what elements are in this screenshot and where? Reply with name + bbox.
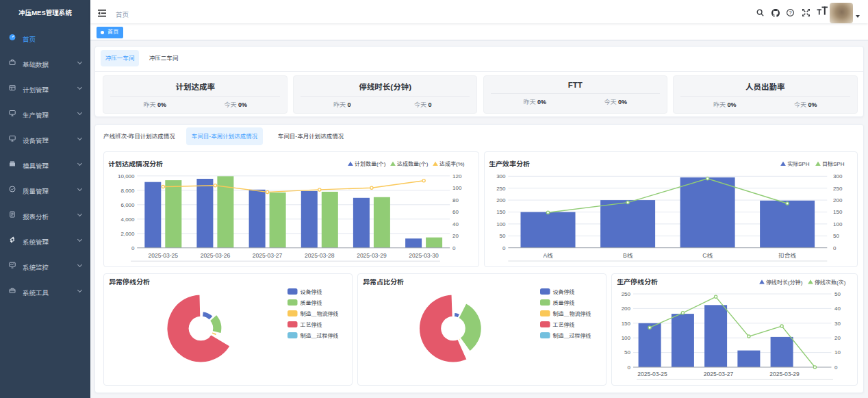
- svg-text:工艺停线: 工艺停线: [553, 322, 575, 328]
- svg-text:扣合线: 扣合线: [778, 252, 796, 259]
- svg-text:6,000: 6,000: [120, 202, 135, 208]
- svg-text:停线次数(次): 停线次数(次): [815, 279, 846, 286]
- svg-text:B线: B线: [623, 252, 633, 259]
- svg-text:2025-03-29: 2025-03-29: [357, 252, 387, 259]
- svg-text:2025-03-27: 2025-03-27: [253, 252, 283, 259]
- svg-text:质量停线: 质量停线: [301, 300, 322, 306]
- svg-text:150: 150: [622, 321, 631, 327]
- svg-text:0: 0: [628, 364, 631, 371]
- svg-text:0: 0: [502, 245, 506, 251]
- svg-text:工艺停线: 工艺停线: [301, 322, 322, 328]
- svg-text:制造＿物流停线: 制造＿物流停线: [553, 311, 591, 317]
- svg-text:设备停线: 设备停线: [301, 289, 322, 295]
- svg-text:100: 100: [833, 221, 843, 227]
- svg-text:100: 100: [452, 185, 462, 191]
- svg-text:0: 0: [131, 245, 135, 251]
- svg-text:8,000: 8,000: [120, 188, 135, 194]
- svg-text:2025-03-27: 2025-03-27: [704, 371, 734, 377]
- svg-text:100: 100: [622, 335, 631, 341]
- svg-text:50: 50: [500, 233, 506, 239]
- svg-text:0: 0: [452, 245, 456, 251]
- svg-text:生产停线分析: 生产停线分析: [617, 278, 658, 286]
- svg-text:10,000: 10,000: [118, 173, 135, 179]
- svg-text:异常停线分析: 异常停线分析: [109, 278, 150, 286]
- svg-text:目标SPH: 目标SPH: [822, 161, 845, 167]
- svg-text:计划数量(个): 计划数量(个): [355, 161, 386, 167]
- svg-text:200: 200: [833, 197, 843, 203]
- svg-text:40: 40: [452, 221, 459, 227]
- svg-text:生产效率分析: 生产效率分析: [489, 160, 530, 168]
- svg-text:60: 60: [452, 209, 459, 215]
- svg-text:制造＿物流停线: 制造＿物流停线: [301, 311, 339, 317]
- svg-text:2025-03-29: 2025-03-29: [769, 371, 800, 377]
- svg-text:达成数量(个): 达成数量(个): [397, 161, 429, 167]
- svg-text:250: 250: [622, 291, 631, 297]
- svg-text:20: 20: [834, 335, 841, 341]
- svg-text:2025-03-26: 2025-03-26: [201, 252, 231, 259]
- svg-text:设备停线: 设备停线: [553, 289, 575, 295]
- svg-text:250: 250: [833, 186, 843, 192]
- svg-text:120: 120: [452, 173, 462, 179]
- svg-text:达成率(%): 达成率(%): [439, 161, 465, 167]
- svg-text:0: 0: [834, 364, 838, 371]
- svg-text:2025-03-28: 2025-03-28: [305, 252, 335, 259]
- svg-text:?: ?: [789, 10, 791, 16]
- svg-text:300: 300: [496, 173, 506, 179]
- svg-text:2025-03-25: 2025-03-25: [149, 252, 179, 259]
- svg-text:质量停线: 质量停线: [553, 300, 575, 306]
- svg-text:150: 150: [833, 209, 843, 215]
- svg-text:40: 40: [834, 306, 841, 312]
- svg-text:制造＿过程停线: 制造＿过程停线: [553, 333, 591, 339]
- svg-text:10: 10: [834, 349, 841, 356]
- svg-text:50: 50: [834, 291, 841, 297]
- svg-text:200: 200: [496, 197, 506, 203]
- svg-text:300: 300: [833, 173, 843, 179]
- svg-text:50: 50: [624, 349, 630, 356]
- svg-text:100: 100: [496, 221, 506, 227]
- svg-text:4,000: 4,000: [120, 216, 135, 223]
- svg-text:150: 150: [496, 209, 506, 215]
- svg-text:停线时长(分钟): 停线时长(分钟): [766, 279, 803, 286]
- svg-text:实际SPH: 实际SPH: [787, 161, 810, 167]
- svg-text:2025-03-25: 2025-03-25: [637, 371, 667, 377]
- svg-text:C线: C线: [702, 252, 713, 259]
- svg-text:计划达成情况分析: 计划达成情况分析: [108, 160, 163, 168]
- svg-text:制造＿过程停线: 制造＿过程停线: [301, 333, 339, 339]
- svg-text:200: 200: [622, 306, 631, 312]
- svg-text:20: 20: [452, 233, 459, 239]
- svg-text:0: 0: [833, 245, 837, 251]
- svg-text:30: 30: [834, 321, 841, 327]
- svg-text:250: 250: [496, 186, 506, 192]
- svg-text:2025-03-30: 2025-03-30: [409, 252, 439, 259]
- svg-text:50: 50: [833, 233, 839, 239]
- svg-text:异常占比分析: 异常占比分析: [363, 278, 404, 286]
- svg-text:2,000: 2,000: [120, 231, 135, 237]
- svg-text:80: 80: [452, 197, 459, 203]
- svg-text:A线: A线: [543, 252, 553, 259]
